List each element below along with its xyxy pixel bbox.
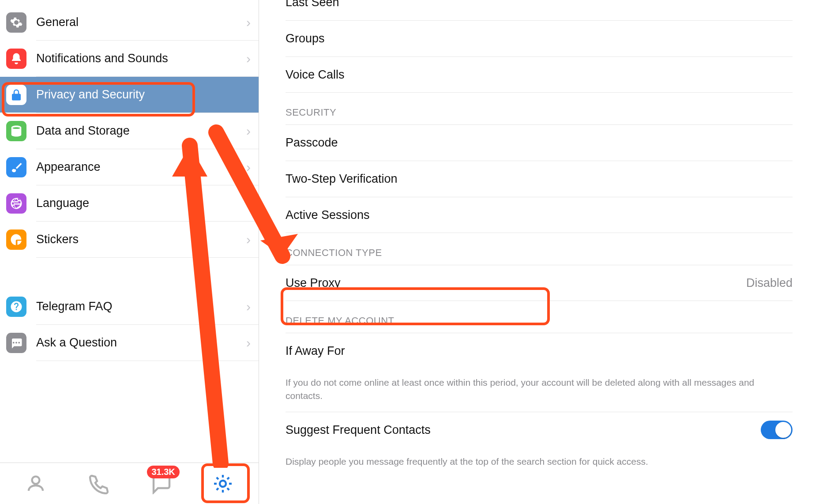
tab-chats[interactable]: 31.3K	[141, 468, 180, 499]
row-label: Voice Calls	[286, 68, 793, 82]
sidebar-item-label: Ask a Question	[36, 336, 246, 350]
sidebar-item-label: General	[36, 15, 246, 29]
question-icon	[6, 297, 26, 317]
section-header-connection: CONNECTION TYPE	[286, 233, 793, 265]
row-groups[interactable]: Groups	[286, 20, 793, 56]
database-icon	[6, 121, 26, 141]
chevron-right-icon: ›	[246, 160, 251, 175]
row-if-away-for[interactable]: If Away For	[286, 333, 793, 369]
sidebar-item-appearance[interactable]: Appearance ›	[0, 149, 259, 185]
row-label: Two-Step Verification	[286, 172, 793, 186]
app-root: General › Notifications and Sounds › Pri…	[0, 0, 819, 504]
row-value: Disabled	[746, 276, 793, 290]
chat-icon	[6, 333, 26, 353]
sidebar-item-label: Privacy and Security	[36, 88, 246, 102]
sidebar-item-label: Stickers	[36, 233, 246, 246]
sidebar-scroll: General › Notifications and Sounds › Pri…	[0, 0, 259, 463]
row-use-proxy[interactable]: Use Proxy Disabled	[286, 265, 793, 301]
bell-icon	[6, 49, 26, 69]
separator	[36, 361, 259, 361]
sidebar-item-language[interactable]: Language ›	[0, 185, 259, 221]
row-label: Suggest Frequent Contacts	[286, 423, 761, 437]
row-label: Use Proxy	[286, 276, 746, 290]
sidebar-item-notifications[interactable]: Notifications and Sounds ›	[0, 41, 259, 76]
settings-detail-pane: Last Seen Groups Voice Calls SECURITY Pa…	[259, 0, 819, 504]
sidebar-spacer	[0, 258, 259, 289]
suggest-footnote: Display people you message frequently at…	[286, 448, 793, 473]
sticker-icon	[6, 229, 26, 250]
sidebar-item-data-storage[interactable]: Data and Storage ›	[0, 113, 259, 149]
row-two-step[interactable]: Two-Step Verification	[286, 161, 793, 197]
phone-icon	[87, 473, 109, 494]
delete-footnote: If you do not come online at least once …	[286, 369, 793, 407]
chevron-right-icon: ›	[246, 299, 251, 314]
sidebar-item-general[interactable]: General ›	[0, 4, 259, 40]
row-label: Passcode	[286, 136, 793, 150]
tab-contacts[interactable]	[16, 468, 56, 499]
row-passcode[interactable]: Passcode	[286, 124, 793, 161]
chevron-right-icon: ›	[246, 51, 251, 66]
sidebar-item-label: Notifications and Sounds	[36, 52, 246, 65]
chevron-right-icon: ›	[246, 335, 251, 350]
sidebar-item-faq[interactable]: Telegram FAQ ›	[0, 289, 259, 324]
gear-icon	[212, 473, 233, 494]
row-label: If Away For	[286, 344, 793, 358]
bottom-tab-bar: 31.3K	[0, 463, 259, 504]
sidebar-item-label: Telegram FAQ	[36, 300, 246, 313]
row-last-seen[interactable]: Last Seen	[286, 0, 793, 20]
svg-point-1	[220, 481, 226, 487]
privacy-section: Last Seen Groups Voice Calls	[259, 0, 819, 93]
unread-badge: 31.3K	[147, 466, 179, 478]
section-header-security: SECURITY	[286, 93, 793, 124]
tab-settings[interactable]	[203, 468, 243, 499]
brush-icon	[6, 157, 26, 177]
person-icon	[25, 473, 46, 494]
row-label: Last Seen	[286, 0, 793, 9]
gear-icon	[6, 12, 26, 33]
sidebar-item-label: Data and Storage	[36, 124, 246, 138]
chevron-right-icon: ›	[246, 196, 251, 211]
tab-calls[interactable]	[78, 468, 118, 499]
row-suggest-contacts[interactable]: Suggest Frequent Contacts	[286, 412, 793, 448]
security-section: SECURITY Passcode Two-Step Verification …	[259, 93, 819, 233]
sidebar-item-ask-question[interactable]: Ask a Question ›	[0, 325, 259, 361]
settings-sidebar: General › Notifications and Sounds › Pri…	[0, 0, 259, 504]
globe-icon	[6, 193, 26, 214]
toggle-switch[interactable]	[761, 421, 793, 439]
lock-icon	[6, 85, 26, 105]
row-label: Active Sessions	[286, 208, 793, 222]
chevron-right-icon: ›	[246, 232, 251, 247]
row-active-sessions[interactable]: Active Sessions	[286, 197, 793, 233]
sidebar-item-label: Language	[36, 196, 246, 210]
suggest-section: Suggest Frequent Contacts Display people…	[259, 407, 819, 473]
delete-section: DELETE MY ACCOUNT If Away For If you do …	[259, 301, 819, 407]
sidebar-item-stickers[interactable]: Stickers ›	[0, 222, 259, 257]
sidebar-item-label: Appearance	[36, 160, 246, 174]
sidebar-item-privacy[interactable]: Privacy and Security ›	[0, 77, 259, 113]
chevron-right-icon: ›	[246, 15, 251, 30]
chevron-right-icon: ›	[246, 124, 251, 139]
row-voice-calls[interactable]: Voice Calls	[286, 56, 793, 93]
row-label: Groups	[286, 32, 793, 45]
svg-point-0	[32, 476, 39, 484]
section-header-delete: DELETE MY ACCOUNT	[286, 301, 793, 333]
connection-section: CONNECTION TYPE Use Proxy Disabled	[259, 233, 819, 301]
